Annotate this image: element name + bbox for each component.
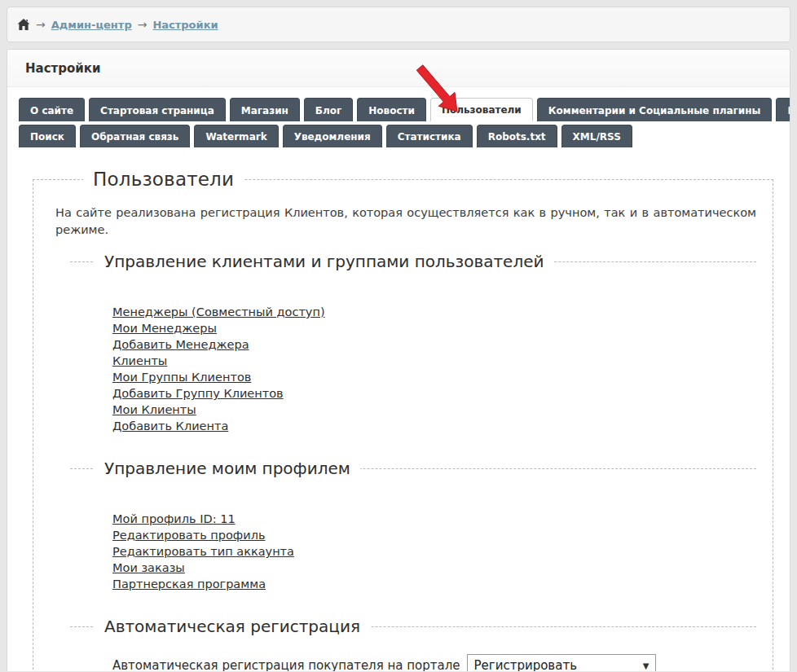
profile-management-section: Управление моим профилем Мой профиль ID:… — [70, 459, 756, 592]
intro-text: На сайте реализована регистрация Клиенто… — [55, 204, 756, 239]
auto-registration-select[interactable]: Регистрировать ▼ — [467, 654, 656, 671]
chevron-down-icon: ▼ — [643, 661, 649, 670]
tab-row-2: Поиск Обратная связь Watermark Уведомлен… — [14, 125, 783, 147]
tab[interactable]: Поиск — [19, 125, 76, 147]
users-fieldset-legend: Пользователи — [83, 169, 244, 190]
breadcrumb: → Админ-центр → Настройки — [7, 7, 790, 42]
section-legend: Управление клиентами и группами пользова… — [95, 252, 554, 271]
link[interactable]: Добавить Клиента — [112, 418, 228, 434]
page-title: Настройки — [7, 50, 790, 87]
tab[interactable]: Почта — [776, 98, 790, 121]
breadcrumb-separator: → — [138, 18, 148, 31]
section-legend: Управление моим профилем — [95, 459, 360, 478]
tab[interactable]: Блог — [304, 98, 353, 121]
tab[interactable]: О сайте — [19, 98, 85, 121]
breadcrumb-link-settings[interactable]: Настройки — [152, 19, 218, 31]
link[interactable]: Партнерская программа — [112, 576, 266, 592]
link[interactable]: Менеджеры (Совместный доступ) — [112, 304, 325, 320]
users-fieldset: Пользователи На сайте реализована регист… — [33, 169, 773, 671]
clients-links: Менеджеры (Совместный доступ) Мои Менедж… — [70, 271, 756, 434]
link[interactable]: Мои заказы — [112, 560, 185, 576]
link[interactable]: Мои Группы Клиентов — [112, 369, 251, 385]
tab-row-1: О сайте Стартовая страница Магазин Блог … — [14, 98, 783, 121]
tab[interactable]: Robots.txt — [477, 125, 557, 147]
profile-links: Мой профиль ID: 11 Редактировать профиль… — [70, 478, 756, 592]
tab-content: Пользователи На сайте реализована регист… — [7, 151, 790, 671]
tab[interactable]: Магазин — [230, 98, 300, 121]
link[interactable]: Мои Клиенты — [112, 402, 196, 418]
breadcrumb-link-admin-center[interactable]: Админ-центр — [51, 19, 132, 31]
tab[interactable]: Обратная связь — [80, 125, 190, 147]
settings-panel: Настройки О сайте Стартовая страница Маг… — [7, 49, 790, 671]
link[interactable]: Клиенты — [112, 353, 167, 369]
tab[interactable]: Комментарии и Социальные плагины — [537, 98, 773, 121]
tab[interactable]: XML/RSS — [561, 125, 632, 147]
auto-registration-label: Автоматическая регистрация покупателя на… — [112, 658, 460, 671]
tab[interactable]: Watermark — [194, 125, 278, 147]
link[interactable]: Мой профиль ID: 11 — [112, 511, 236, 527]
tab[interactable]: Статистика — [386, 125, 473, 147]
link[interactable]: Мои Менеджеры — [112, 320, 217, 336]
tab[interactable]: Уведомления — [283, 125, 382, 147]
section-legend: Автоматическая регистрация — [95, 617, 370, 636]
link[interactable]: Добавить Менеджера — [112, 336, 249, 353]
tabs-area: О сайте Стартовая страница Магазин Блог … — [7, 87, 790, 147]
link[interactable]: Добавить Группу Клиентов — [112, 385, 284, 402]
breadcrumb-separator: → — [36, 18, 46, 31]
tab[interactable]: Пользователи — [430, 98, 533, 121]
auto-registration-section: Автоматическая регистрация Автоматическа… — [70, 617, 756, 671]
link[interactable]: Редактировать профиль — [112, 527, 266, 543]
link[interactable]: Редактировать тип аккаунта — [112, 543, 294, 560]
clients-management-section: Управление клиентами и группами пользова… — [70, 252, 756, 434]
select-value: Регистрировать — [474, 658, 577, 671]
home-icon[interactable] — [17, 19, 30, 31]
tab[interactable]: Новости — [357, 98, 426, 121]
tab[interactable]: Стартовая страница — [89, 98, 226, 121]
auto-registration-row: Автоматическая регистрация покупателя на… — [112, 654, 756, 671]
